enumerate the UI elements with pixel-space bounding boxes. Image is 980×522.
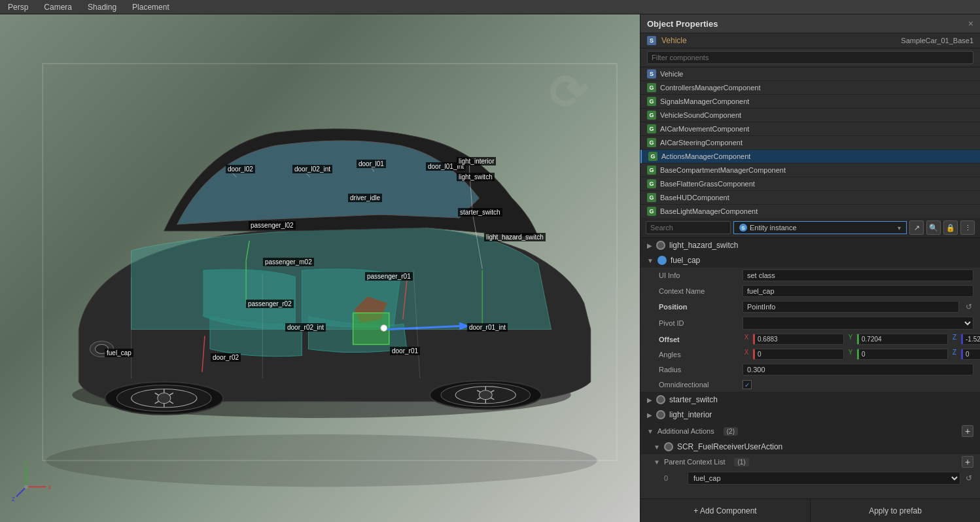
menu-placement[interactable]: Placement [130,1,172,13]
panel-title: Object Properties [647,19,718,29]
comp-controllers-manager[interactable]: G ControllersManagerComponent [640,81,980,95]
entity-id: SampleCar_01_Base1 [901,37,973,44]
prop-row-omni: Omnidirectional ✓ [640,377,980,392]
panel-close-button[interactable]: × [968,18,973,29]
comp-name-g4: AICarMovementComponent [660,125,749,133]
comp-icon-g4: G [647,124,656,133]
component-list: S Vehicle G ControllersManagerComponent … [640,67,980,218]
ui-info-value[interactable] [743,270,973,281]
viewport[interactable]: ⟳ x y z door_l02 door_l02_int door_l01 d… [0,14,640,522]
circle-icon-hazard [656,241,665,250]
filter-input[interactable] [647,51,973,64]
open-external-button[interactable]: ↗ [909,220,924,235]
prop-row-pivot-id: Pivot ID [640,315,980,332]
parent-context-header[interactable]: ▼ Parent Context List (1) + [640,453,980,470]
parent-context-plus-button[interactable]: + [962,456,973,468]
prop-group-light-hazard: ▶ light_hazard_switch [640,238,980,253]
search-input[interactable] [646,221,731,234]
comp-icon-g9: G [647,193,656,202]
svg-point-6 [381,324,387,331]
position-value[interactable] [743,301,959,313]
prop-row-radius: Radius [640,362,980,377]
comp-ai-movement[interactable]: G AICarMovementComponent [640,122,980,136]
entity-instance-button[interactable]: S Entity instance ▾ [733,221,907,234]
prop-section-fuel-cap[interactable]: ▼ fuel_cap [640,253,980,268]
entity-name: Vehicle [661,36,687,45]
section-name-fuel: fuel_cap [671,256,700,265]
menu-persp[interactable]: Persp [5,1,31,13]
circle-icon-scr [664,442,673,451]
section-name-hazard: light_hazard_switch [669,241,738,250]
context-reset-button[interactable]: ↺ [964,474,973,483]
additional-actions-plus-button[interactable]: + [962,425,973,437]
comp-base-light[interactable]: G BaseLightManagerComponent [640,205,980,218]
offset-y-input[interactable] [857,334,948,345]
comp-icon-g3: G [647,111,656,120]
context-name-value[interactable] [743,285,973,297]
ui-info-label: UI Info [659,271,737,279]
prop-section-light-hazard[interactable]: ▶ light_hazard_switch [640,238,980,252]
entity-s-icon: S [739,224,747,232]
panel-header: Object Properties × [640,14,980,33]
search-button[interactable]: 🔍 [926,220,941,235]
angles-label: Angles [659,351,737,358]
additional-actions-header[interactable]: ▼ Additional Actions (2) + [640,423,980,440]
parent-context-count: (1) [734,458,748,466]
additional-actions-count: (2) [724,427,738,436]
context-select[interactable]: fuel_cap [688,472,960,485]
angles-z-input[interactable] [961,349,980,360]
filter-row [640,48,980,67]
entity-icon: S [647,36,656,45]
menu-camera[interactable]: Camera [41,1,75,13]
more-button[interactable]: ⋮ [960,220,975,235]
context-item-row: 0 fuel_cap ↺ [640,470,980,487]
comp-base-compartment[interactable]: G BaseCompartmentManagerComponent [640,164,980,177]
svg-point-42 [24,485,28,489]
bar-actions: ↗ 🔍 🔒 ⋮ [909,220,975,235]
position-reset-button[interactable]: ↺ [964,302,973,311]
car-scene-svg: ⟳ x y z [0,14,640,522]
angles-y-input[interactable] [857,349,948,360]
component-vehicle[interactable]: S Vehicle [640,67,980,81]
radius-value[interactable] [743,364,973,375]
menu-shading[interactable]: Shading [85,1,119,13]
prop-section-starter[interactable]: ▶ starter_switch [640,392,980,407]
comp-base-flatten[interactable]: G BaseFlattenGrassComponent [640,177,980,191]
apply-to-prefab-button[interactable]: Apply to prefab [811,499,980,522]
svg-point-22 [95,345,108,354]
prop-row-offset: Offset X Y Z ↺ [640,332,980,347]
add-component-button[interactable]: + Add Component [640,499,811,522]
comp-icon-g7: G [647,165,656,175]
position-label: Position [659,303,737,311]
comp-name-g7: BaseCompartmentManagerComponent [660,166,786,174]
menu-bar: Persp Camera Shading Placement [0,0,980,14]
lock-button[interactable]: 🔒 [943,220,958,235]
svg-text:z: z [12,495,15,502]
comp-icon-g1: G [647,83,656,92]
prop-section-light-interior[interactable]: ▶ light_interior [640,408,980,422]
angles-x-input[interactable] [753,349,844,360]
circle-icon-fuel [657,256,667,265]
offset-x-input[interactable] [753,334,844,345]
radius-label: Radius [659,366,737,374]
z-label-angles: Z [951,349,958,360]
x-label-angles: X [743,349,750,360]
comp-actions-manager[interactable]: G ActionsManagerComponent [640,150,980,164]
offset-z-input[interactable] [961,334,980,345]
props-panel: ▶ light_hazard_switch ▼ fuel_cap UI Info [640,238,980,498]
scr-section-header[interactable]: ▼ SCR_FuelReceiverUserAction [640,440,980,453]
comp-name-g10: BaseLightManagerComponent [660,207,758,215]
comp-signals-manager[interactable]: G SignalsManagerComponent [640,95,980,109]
chevron-icon-actions: ▼ [647,428,654,435]
comp-icon-g5: G [647,138,656,147]
comp-name-g3: VehicleSoundComponent [660,111,741,119]
entity-instance-label: Entity instance [750,224,797,232]
omni-checkbox[interactable]: ✓ [743,380,752,389]
svg-text:y: y [24,459,27,466]
pivot-id-select[interactable] [743,317,973,330]
comp-vehicle-sound[interactable]: G VehicleSoundComponent [640,109,980,122]
comp-icon-g10: G [647,207,656,216]
chevron-icon-fuel: ▼ [647,257,654,264]
comp-base-hud[interactable]: G BaseHUDComponent [640,191,980,205]
comp-ai-steering[interactable]: G AICarSteeringComponent [640,136,980,150]
